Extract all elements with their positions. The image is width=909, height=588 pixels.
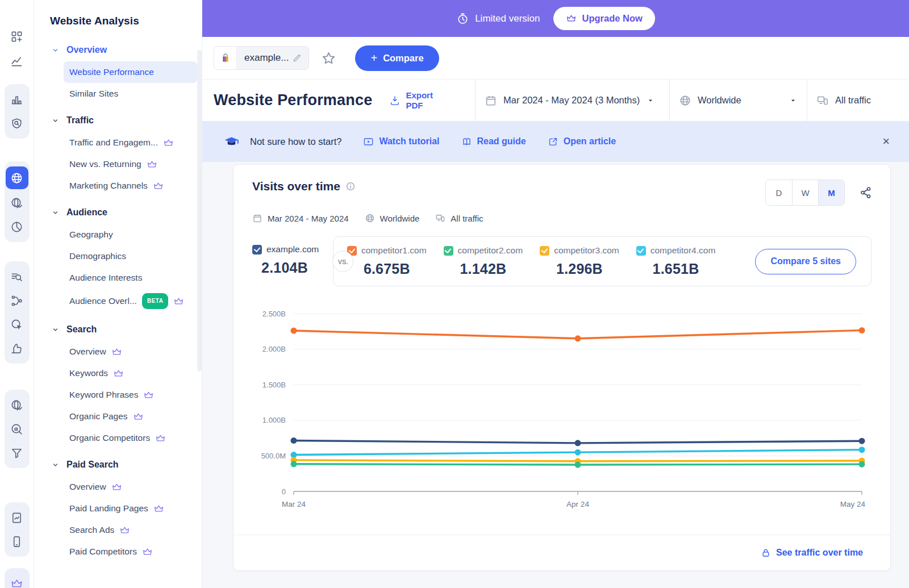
digital-trends-icon[interactable] (6, 51, 28, 72)
sidebar-item-marketing-channels[interactable]: Marketing Channels (64, 175, 197, 197)
date-range-selector[interactable]: Mar 2024 - May 2024 (3 Months) (475, 80, 669, 121)
consumer-engagement-icon[interactable] (6, 338, 28, 358)
sidebar-item-overview[interactable]: Overview (64, 341, 197, 362)
sidebar-item-label: Organic Competitors (69, 432, 150, 444)
granularity-week-button[interactable]: W (792, 180, 818, 205)
sidebar-item-organic-competitors[interactable]: Organic Competitors (64, 427, 197, 449)
sidebar-item-new-vs-returning[interactable]: New vs. Returning (64, 153, 197, 175)
watch-tutorial-link[interactable]: Watch tutorial (363, 136, 439, 147)
section-label: Audience (66, 207, 107, 218)
legend-primary-checkbox[interactable] (252, 245, 262, 255)
favorite-star-icon[interactable] (321, 51, 336, 66)
sidebar-item-audience-overl[interactable]: Audience Overl...BETA (64, 289, 197, 314)
read-guide-link[interactable]: Read guide (461, 136, 526, 147)
legend-competitor-value: 6.675B (347, 261, 427, 277)
rail-group (5, 84, 30, 139)
site-chip[interactable]: example... (214, 46, 309, 70)
sidebar-item-audience-interests[interactable]: Audience Interests (64, 267, 197, 289)
traffic-type-selector[interactable]: All traffic (807, 80, 909, 121)
close-icon[interactable]: × (882, 135, 890, 148)
add-dashboard-icon[interactable] (6, 26, 28, 47)
keyword-research-icon[interactable] (6, 266, 28, 287)
plus-icon: + (370, 52, 377, 64)
sidebar-item-label: Traffic and Engagem... (69, 136, 158, 149)
web-industry-icon[interactable] (6, 193, 28, 213)
limited-version-message: Limited version (456, 12, 540, 25)
sidebar-scrollbar[interactable] (197, 50, 202, 372)
sidebar-item-similar-sites[interactable]: Similar Sites (64, 83, 197, 105)
external-link-icon (548, 136, 558, 147)
sidebar-item-label: Organic Pages (69, 410, 128, 423)
company-research-icon[interactable] (6, 113, 28, 134)
sidebar-item-paid-competitors[interactable]: Paid Competitors (64, 541, 197, 562)
sidebar-item-keyword-phrases[interactable]: Keyword Phrases (64, 384, 197, 406)
compare-button[interactable]: + Compare (355, 45, 439, 71)
page-content: Visits over time D W M Mar 2024 - May 20… (202, 162, 909, 588)
export-pdf-button[interactable]: Export PDF (389, 90, 433, 111)
visits-over-time-card: Visits over time D W M Mar 2024 - May 20… (233, 164, 891, 571)
chevron-down-icon (52, 117, 59, 124)
reports-icon[interactable] (6, 507, 28, 528)
affiliate-channels-icon[interactable] (6, 290, 28, 311)
sidebar-item-label: Audience Overl... (69, 295, 137, 307)
sidebar-item-organic-pages[interactable]: Organic Pages (64, 406, 197, 427)
apps-icon[interactable] (6, 531, 28, 552)
segment-analysis-icon[interactable] (6, 216, 28, 237)
granularity-month-button[interactable]: M (818, 180, 844, 205)
granularity-day-button[interactable]: D (766, 180, 792, 205)
web-overview-icon[interactable] (6, 395, 28, 415)
card-traffic-type: All traffic (451, 214, 483, 223)
sidebar-section-overview[interactable]: Overview (34, 39, 202, 61)
sidebar-item-search-ads[interactable]: Search Ads (64, 519, 197, 541)
sidebar-item-geography[interactable]: Geography (64, 224, 197, 245)
upgrade-crown-icon[interactable] (6, 573, 28, 588)
sidebar-section-search[interactable]: Search (34, 318, 202, 341)
website-analysis-icon[interactable] (6, 166, 28, 189)
sidebar-item-paid-landing-pages[interactable]: Paid Landing Pages (64, 498, 197, 519)
lock-icon (761, 548, 771, 558)
filters-icon[interactable] (6, 443, 28, 463)
info-icon[interactable] (345, 181, 356, 191)
market-analysis-icon[interactable] (6, 89, 28, 110)
sidebar-section-traffic[interactable]: Traffic (34, 109, 202, 132)
sidebar-item-label: Search Ads (69, 524, 114, 536)
sidebar-item-label: Keywords (69, 367, 108, 380)
sidebar-item-label: Demographics (69, 250, 126, 262)
legend-competitor-checkbox[interactable] (540, 246, 549, 256)
see-traffic-over-time-link[interactable]: See traffic over time (761, 548, 863, 558)
chevron-down-icon (52, 326, 59, 333)
legend-competitor-checkbox[interactable] (444, 246, 453, 256)
crown-icon (142, 547, 153, 557)
compare-5-sites-button[interactable]: Compare 5 sites (755, 249, 856, 274)
chevron-down-icon (52, 47, 59, 54)
export-label-line2: PDF (406, 101, 433, 111)
legend-competitor-domain: competitor1.com (361, 245, 427, 256)
sidebar-item-overview[interactable]: Overview (64, 476, 197, 498)
export-label-line1: Export (406, 90, 433, 101)
watch-tutorial-label: Watch tutorial (379, 136, 439, 147)
sidebar-section-paid-search[interactable]: Paid Search (34, 453, 202, 476)
search-tools-icon[interactable] (6, 419, 28, 439)
open-article-link[interactable]: Open article (548, 136, 616, 147)
sidebar-section-audience[interactable]: Audience (34, 201, 202, 224)
onboarding-message: Not sure how to start? (224, 134, 341, 149)
site-toolbar: example... + Compare (202, 37, 909, 80)
legend-competitor-checkbox[interactable] (636, 246, 646, 256)
sidebar-item-keywords[interactable]: Keywords (64, 362, 197, 384)
ad-intelligence-icon[interactable] (6, 314, 28, 335)
traffic-type-value: All traffic (835, 95, 871, 106)
sidebar-item-label: Paid Landing Pages (69, 502, 148, 515)
region-selector[interactable]: Worldwide (669, 80, 807, 121)
chart-series-competitor2.com (291, 461, 865, 468)
share-icon[interactable] (859, 186, 873, 199)
sidebar-item-demographics[interactable]: Demographics (64, 245, 197, 267)
calendar-icon (485, 94, 497, 107)
visits-chart: 2.500B2.000B1.500B1.000B500.0M0Mar 24Apr… (233, 295, 890, 515)
sidebar-item-website-performance[interactable]: Website Performance (64, 61, 197, 83)
sidebar-item-label: Overview (69, 345, 106, 358)
upgrade-now-button[interactable]: Upgrade Now (553, 7, 654, 30)
edit-site-icon[interactable] (292, 53, 308, 63)
sidebar: Website Analysis OverviewWebsite Perform… (34, 0, 202, 588)
sidebar-item-traffic-and-engagem[interactable]: Traffic and Engagem... (64, 132, 197, 153)
sidebar-title: Website Analysis (34, 0, 202, 27)
